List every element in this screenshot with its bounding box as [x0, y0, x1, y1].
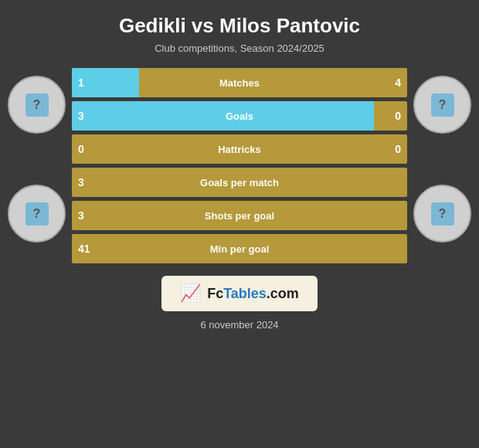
stat-value-left-3: 3	[78, 176, 84, 188]
stat-label-1: Goals	[226, 110, 253, 122]
left-avatar-bottom: ?	[8, 185, 66, 243]
logo-icon: 📈	[180, 283, 201, 304]
stat-label-2: Hattricks	[218, 144, 261, 155]
page-title: Gedikli vs Milos Pantovic	[119, 14, 360, 38]
left-avatar-col: ? ?	[8, 68, 66, 243]
logo-text: FcTables.com	[207, 286, 299, 302]
stat-value-right-0: 4	[395, 76, 401, 89]
left-avatar-placeholder-top: ?	[25, 93, 49, 117]
right-avatar-placeholder-bottom: ?	[431, 202, 454, 226]
stat-bar-0: 1Matches4	[72, 68, 407, 97]
right-avatar-bottom: ?	[413, 185, 471, 243]
stat-row: 0Hattricks0	[72, 134, 407, 164]
logo-box: 📈 FcTables.com	[161, 276, 318, 311]
stats-section: ? ? 1Matches43Goals00Hattricks03Goals pe…	[0, 68, 479, 263]
stat-bar-4: 3Shots per goal	[72, 201, 407, 230]
stat-bar-2: 0Hattricks0	[72, 134, 407, 164]
stat-bar-1: 3Goals0	[72, 101, 407, 131]
page-subtitle: Club competitions, Season 2024/2025	[155, 42, 324, 54]
date-text: 6 november 2024	[200, 319, 278, 331]
stat-bar-3: 3Goals per match	[72, 168, 407, 197]
right-avatar-placeholder-top: ?	[431, 93, 454, 117]
stat-value-left-0: 1	[78, 76, 84, 89]
stat-label-3: Goals per match	[200, 177, 279, 188]
left-avatar-placeholder-bottom: ?	[25, 202, 49, 226]
stat-bar-5: 41Min per goal	[72, 234, 407, 263]
stat-row: 1Matches4	[72, 68, 407, 97]
stat-label-4: Shots per goal	[205, 210, 274, 222]
logo-text-blue: Tables	[223, 286, 267, 301]
stat-label-0: Matches	[219, 77, 260, 89]
stat-value-left-1: 3	[78, 110, 84, 122]
right-avatar-col: ? ?	[413, 68, 471, 243]
left-avatar-top: ?	[8, 76, 66, 134]
stat-row: 3Goals per match	[72, 168, 407, 197]
stat-value-left-2: 0	[78, 143, 84, 155]
stat-row: 3Goals0	[72, 101, 407, 131]
stat-row: 41Min per goal	[72, 234, 407, 263]
right-avatar-top: ?	[413, 76, 471, 134]
stat-value-right-1: 0	[395, 110, 401, 122]
stats-bars: 1Matches43Goals00Hattricks03Goals per ma…	[66, 68, 413, 263]
stat-value-left-4: 3	[78, 209, 84, 222]
stat-value-right-2: 0	[395, 143, 401, 155]
logo-section: 📈 FcTables.com 6 november 2024	[161, 276, 318, 331]
stat-row: 3Shots per goal	[72, 201, 407, 230]
stat-value-left-5: 41	[78, 243, 90, 255]
stat-label-5: Min per goal	[210, 243, 270, 255]
